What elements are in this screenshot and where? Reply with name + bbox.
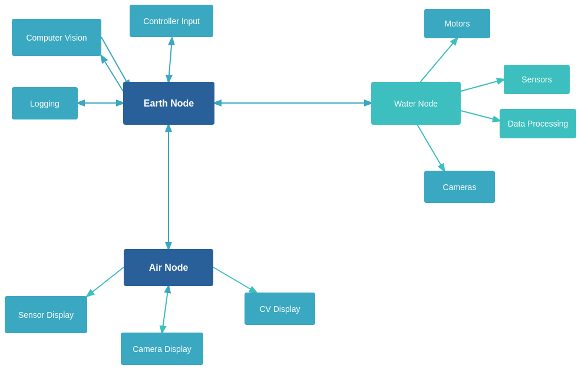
water-node-label: Water Node	[394, 99, 438, 108]
data-processing-label: Data Processing	[508, 119, 569, 128]
controller-input-node[interactable]: Controller Input	[130, 5, 213, 37]
diagram: Earth Node Air Node Water Node Computer …	[0, 0, 588, 372]
svg-line-6	[416, 38, 457, 87]
sensor-display-node[interactable]: Sensor Display	[5, 296, 87, 333]
air-node[interactable]: Air Node	[124, 249, 213, 286]
logging-node[interactable]: Logging	[12, 87, 78, 119]
sensor-display-label: Sensor Display	[18, 310, 74, 320]
computer-vision-label: Computer Vision	[26, 33, 87, 42]
svg-line-10	[87, 267, 124, 296]
cameras-label: Cameras	[443, 182, 477, 192]
air-node-label: Air Node	[149, 263, 189, 273]
earth-node[interactable]: Earth Node	[123, 82, 214, 125]
svg-line-0	[169, 38, 172, 82]
sensors-label: Sensors	[521, 75, 551, 84]
svg-line-9	[416, 122, 444, 171]
computer-vision-node[interactable]: Computer Vision	[12, 19, 101, 56]
water-node[interactable]: Water Node	[371, 82, 461, 125]
svg-line-11	[213, 267, 256, 293]
motors-node[interactable]: Motors	[424, 9, 490, 38]
controller-input-label: Controller Input	[143, 16, 200, 26]
cv-display-label: CV Display	[259, 304, 300, 314]
svg-line-2	[101, 37, 130, 87]
data-processing-node[interactable]: Data Processing	[500, 109, 576, 138]
svg-line-1	[101, 56, 123, 91]
earth-node-label: Earth Node	[144, 98, 194, 109]
camera-display-label: Camera Display	[133, 344, 191, 354]
cameras-node[interactable]: Cameras	[424, 171, 495, 203]
logging-label: Logging	[30, 99, 60, 108]
svg-line-8	[461, 111, 500, 121]
motors-label: Motors	[445, 19, 470, 28]
sensors-node[interactable]: Sensors	[504, 65, 570, 94]
svg-line-7	[461, 79, 504, 91]
svg-line-12	[162, 286, 169, 333]
camera-display-node[interactable]: Camera Display	[121, 333, 203, 365]
cv-display-node[interactable]: CV Display	[245, 293, 315, 325]
